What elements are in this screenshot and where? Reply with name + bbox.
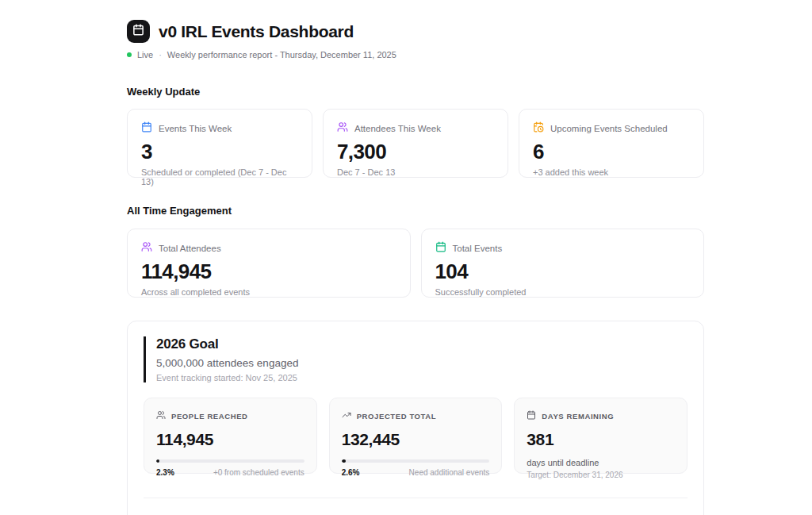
card-subtext: Dec 7 - Dec 13 — [337, 167, 494, 177]
metric-target: Target: December 31, 2026 — [527, 471, 675, 479]
metric-value: 381 — [527, 430, 675, 449]
report-subtitle: Weekly performance report - Thursday, De… — [167, 50, 396, 60]
card-subtext: Successfully completed — [435, 287, 691, 297]
goal-divider — [144, 498, 688, 498]
card-label: Events This Week — [159, 124, 232, 133]
progress-bar — [156, 459, 304, 463]
metric-subtext: days until deadline — [527, 458, 675, 467]
people-reached-card: PEOPLE REACHED 114,945 2.3% +0 from sche… — [144, 398, 317, 474]
card-value: 3 — [141, 140, 298, 164]
card-value: 114,945 — [141, 259, 396, 284]
live-status-dot — [127, 52, 132, 57]
subtitle-separator: · — [159, 50, 162, 60]
page-title: v0 IRL Events Dashboard — [159, 22, 354, 41]
total-events-card: Total Events 104 Successfully completed — [421, 229, 705, 298]
card-subtext: +3 added this week — [533, 167, 690, 177]
card-label: Upcoming Events Scheduled — [550, 124, 668, 133]
metric-label: DAYS REMAINING — [542, 412, 614, 421]
days-remaining-card: DAYS REMAINING 381 days until deadline T… — [514, 398, 688, 474]
all-time-heading: All Time Engagement — [127, 205, 704, 217]
card-label: Total Attendees — [159, 244, 221, 253]
calendar-icon — [527, 409, 536, 423]
live-status-label: Live — [137, 50, 153, 60]
card-subtext: Scheduled or completed (Dec 7 - Dec 13) — [141, 167, 298, 186]
users-icon — [141, 241, 152, 256]
progress-fill — [156, 459, 159, 463]
metric-note: Need additional events — [409, 468, 490, 477]
card-value: 7,300 — [337, 140, 494, 164]
card-label: Total Events — [453, 244, 503, 253]
metric-value: 132,445 — [342, 430, 490, 449]
card-subtext: Across all completed events — [141, 287, 396, 297]
header: v0 IRL Events Dashboard — [127, 20, 704, 43]
goal-tracking-note: Event tracking started: Nov 25, 2025 — [156, 373, 688, 382]
card-value: 104 — [435, 259, 691, 284]
trending-up-icon — [342, 409, 351, 423]
metric-note: +0 from scheduled events — [213, 468, 304, 477]
dashboard-page: v0 IRL Events Dashboard Live · Weekly pe… — [127, 0, 704, 515]
users-icon — [337, 121, 348, 136]
metric-label: PEOPLE REACHED — [171, 412, 248, 421]
card-value: 6 — [533, 140, 690, 164]
progress-fill — [342, 459, 346, 463]
events-this-week-card: Events This Week 3 Scheduled or complete… — [127, 109, 312, 178]
weekly-update-heading: Weekly Update — [127, 86, 704, 98]
metric-percent: 2.3% — [156, 468, 174, 477]
progress-bar — [342, 459, 490, 463]
goal-subtitle: 5,000,000 attendees engaged — [156, 357, 688, 369]
calendar-clock-icon — [533, 121, 544, 136]
attendees-this-week-card: Attendees This Week 7,300 Dec 7 - Dec 13 — [323, 109, 508, 178]
upcoming-events-card: Upcoming Events Scheduled 6 +3 added thi… — [519, 109, 704, 178]
calendar-icon — [435, 241, 446, 256]
metric-percent: 2.6% — [342, 468, 360, 477]
users-icon — [156, 409, 166, 423]
goal-metrics-row: PEOPLE REACHED 114,945 2.3% +0 from sche… — [144, 398, 688, 474]
calendar-icon — [141, 121, 152, 136]
goal-card: 2026 Goal 5,000,000 attendees engaged Ev… — [127, 321, 704, 515]
goal-header: 2026 Goal 5,000,000 attendees engaged Ev… — [144, 336, 688, 382]
header-subtitle-row: Live · Weekly performance report - Thurs… — [127, 50, 704, 60]
all-time-cards-row: Total Attendees 114,945 Across all compl… — [127, 229, 704, 298]
weekly-cards-row: Events This Week 3 Scheduled or complete… — [127, 109, 704, 178]
app-logo — [127, 20, 150, 43]
metric-label: PROJECTED TOTAL — [357, 412, 437, 421]
card-label: Attendees This Week — [354, 124, 441, 133]
projected-total-card: PROJECTED TOTAL 132,445 2.6% Need additi… — [329, 398, 503, 474]
total-attendees-card: Total Attendees 114,945 Across all compl… — [127, 229, 411, 298]
goal-title: 2026 Goal — [156, 336, 688, 352]
calendar-icon — [132, 24, 144, 39]
metric-value: 114,945 — [156, 430, 304, 449]
